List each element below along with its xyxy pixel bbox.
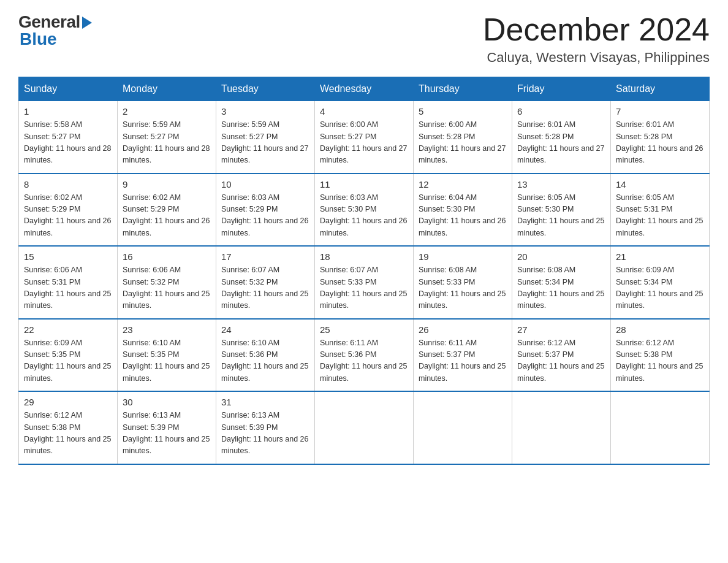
- calendar-cell: 7 Sunrise: 6:01 AMSunset: 5:28 PMDayligh…: [611, 101, 710, 174]
- day-info: Sunrise: 6:13 AMSunset: 5:39 PMDaylight:…: [221, 411, 308, 455]
- calendar-cell: 26 Sunrise: 6:11 AMSunset: 5:37 PMDaylig…: [414, 319, 512, 392]
- title-block: December 2024 Caluya, Western Visayas, P…: [483, 12, 710, 66]
- day-number: 22: [24, 324, 112, 335]
- day-number: 12: [419, 179, 507, 190]
- day-info: Sunrise: 6:09 AMSunset: 5:35 PMDaylight:…: [24, 339, 111, 383]
- day-info: Sunrise: 6:11 AMSunset: 5:37 PMDaylight:…: [419, 339, 506, 383]
- day-number: 1: [24, 106, 112, 117]
- day-info: Sunrise: 6:07 AMSunset: 5:32 PMDaylight:…: [221, 266, 308, 310]
- calendar-cell: 2 Sunrise: 5:59 AMSunset: 5:27 PMDayligh…: [118, 101, 216, 174]
- calendar-header-tuesday: Tuesday: [216, 77, 315, 101]
- location-subtitle: Caluya, Western Visayas, Philippines: [483, 50, 710, 66]
- logo-triangle-icon: [82, 17, 92, 29]
- day-number: 26: [419, 324, 507, 335]
- calendar-header-thursday: Thursday: [414, 77, 512, 101]
- day-info: Sunrise: 6:04 AMSunset: 5:30 PMDaylight:…: [419, 193, 506, 237]
- calendar-cell: 8 Sunrise: 6:02 AMSunset: 5:29 PMDayligh…: [19, 174, 118, 247]
- calendar-cell: 12 Sunrise: 6:04 AMSunset: 5:30 PMDaylig…: [414, 174, 512, 247]
- day-number: 5: [419, 106, 507, 117]
- calendar-cell: 31 Sunrise: 6:13 AMSunset: 5:39 PMDaylig…: [216, 391, 315, 464]
- calendar-cell: 24 Sunrise: 6:10 AMSunset: 5:36 PMDaylig…: [216, 319, 315, 392]
- day-info: Sunrise: 6:12 AMSunset: 5:37 PMDaylight:…: [517, 339, 604, 383]
- calendar-cell: 5 Sunrise: 6:00 AMSunset: 5:28 PMDayligh…: [414, 101, 512, 174]
- calendar-cell: 4 Sunrise: 6:00 AMSunset: 5:27 PMDayligh…: [315, 101, 414, 174]
- day-info: Sunrise: 6:07 AMSunset: 5:33 PMDaylight:…: [320, 266, 407, 310]
- calendar-cell: [315, 391, 414, 464]
- calendar-header-sunday: Sunday: [19, 77, 118, 101]
- calendar-week-row: 29 Sunrise: 6:12 AMSunset: 5:38 PMDaylig…: [19, 391, 710, 464]
- day-number: 11: [320, 179, 408, 190]
- day-number: 3: [221, 106, 309, 117]
- calendar-header-wednesday: Wednesday: [315, 77, 414, 101]
- calendar-cell: 20 Sunrise: 6:08 AMSunset: 5:34 PMDaylig…: [512, 246, 611, 319]
- day-info: Sunrise: 6:03 AMSunset: 5:30 PMDaylight:…: [320, 193, 407, 237]
- day-number: 2: [123, 106, 211, 117]
- day-number: 13: [517, 179, 605, 190]
- calendar-header-row: SundayMondayTuesdayWednesdayThursdayFrid…: [19, 77, 710, 101]
- calendar-cell: 16 Sunrise: 6:06 AMSunset: 5:32 PMDaylig…: [118, 246, 216, 319]
- page-header: General Blue December 2024 Caluya, Weste…: [18, 12, 710, 66]
- calendar-cell: [611, 391, 710, 464]
- calendar-week-row: 1 Sunrise: 5:58 AMSunset: 5:27 PMDayligh…: [19, 101, 710, 174]
- calendar-cell: 18 Sunrise: 6:07 AMSunset: 5:33 PMDaylig…: [315, 246, 414, 319]
- calendar-cell: 23 Sunrise: 6:10 AMSunset: 5:35 PMDaylig…: [118, 319, 216, 392]
- calendar-cell: 6 Sunrise: 6:01 AMSunset: 5:28 PMDayligh…: [512, 101, 611, 174]
- day-number: 21: [616, 251, 704, 262]
- calendar-cell: [512, 391, 611, 464]
- calendar-cell: 29 Sunrise: 6:12 AMSunset: 5:38 PMDaylig…: [19, 391, 118, 464]
- calendar-cell: [414, 391, 512, 464]
- day-info: Sunrise: 6:06 AMSunset: 5:31 PMDaylight:…: [24, 266, 111, 310]
- day-number: 19: [419, 251, 507, 262]
- day-info: Sunrise: 6:02 AMSunset: 5:29 PMDaylight:…: [24, 193, 111, 237]
- calendar-cell: 3 Sunrise: 5:59 AMSunset: 5:27 PMDayligh…: [216, 101, 315, 174]
- day-number: 4: [320, 106, 408, 117]
- calendar-cell: 13 Sunrise: 6:05 AMSunset: 5:30 PMDaylig…: [512, 174, 611, 247]
- calendar-cell: 28 Sunrise: 6:12 AMSunset: 5:38 PMDaylig…: [611, 319, 710, 392]
- day-info: Sunrise: 6:01 AMSunset: 5:28 PMDaylight:…: [517, 120, 604, 164]
- calendar-cell: 21 Sunrise: 6:09 AMSunset: 5:34 PMDaylig…: [611, 246, 710, 319]
- day-number: 28: [616, 324, 704, 335]
- day-number: 23: [123, 324, 211, 335]
- calendar-header-monday: Monday: [118, 77, 216, 101]
- day-number: 27: [517, 324, 605, 335]
- day-info: Sunrise: 6:10 AMSunset: 5:35 PMDaylight:…: [123, 339, 210, 383]
- calendar-cell: 10 Sunrise: 6:03 AMSunset: 5:29 PMDaylig…: [216, 174, 315, 247]
- day-info: Sunrise: 6:12 AMSunset: 5:38 PMDaylight:…: [24, 411, 111, 455]
- calendar-cell: 30 Sunrise: 6:13 AMSunset: 5:39 PMDaylig…: [118, 391, 216, 464]
- calendar-header-saturday: Saturday: [611, 77, 710, 101]
- day-info: Sunrise: 6:10 AMSunset: 5:36 PMDaylight:…: [221, 339, 308, 383]
- day-number: 18: [320, 251, 408, 262]
- day-number: 9: [123, 179, 211, 190]
- day-number: 6: [517, 106, 605, 117]
- day-info: Sunrise: 5:59 AMSunset: 5:27 PMDaylight:…: [123, 120, 210, 164]
- day-info: Sunrise: 6:02 AMSunset: 5:29 PMDaylight:…: [123, 193, 210, 237]
- day-number: 10: [221, 179, 309, 190]
- calendar-table: SundayMondayTuesdayWednesdayThursdayFrid…: [18, 77, 710, 465]
- day-number: 31: [221, 397, 309, 407]
- calendar-cell: 22 Sunrise: 6:09 AMSunset: 5:35 PMDaylig…: [19, 319, 118, 392]
- day-info: Sunrise: 6:00 AMSunset: 5:27 PMDaylight:…: [320, 120, 407, 164]
- calendar-cell: 25 Sunrise: 6:11 AMSunset: 5:36 PMDaylig…: [315, 319, 414, 392]
- month-title: December 2024: [483, 12, 710, 47]
- calendar-cell: 19 Sunrise: 6:08 AMSunset: 5:33 PMDaylig…: [414, 246, 512, 319]
- day-info: Sunrise: 6:13 AMSunset: 5:39 PMDaylight:…: [123, 411, 210, 455]
- day-info: Sunrise: 6:05 AMSunset: 5:30 PMDaylight:…: [517, 193, 604, 237]
- day-info: Sunrise: 6:01 AMSunset: 5:28 PMDaylight:…: [616, 120, 703, 164]
- day-info: Sunrise: 6:12 AMSunset: 5:38 PMDaylight:…: [616, 339, 703, 383]
- day-number: 17: [221, 251, 309, 262]
- calendar-cell: 1 Sunrise: 5:58 AMSunset: 5:27 PMDayligh…: [19, 101, 118, 174]
- calendar-cell: 27 Sunrise: 6:12 AMSunset: 5:37 PMDaylig…: [512, 319, 611, 392]
- day-number: 30: [123, 397, 211, 407]
- calendar-week-row: 8 Sunrise: 6:02 AMSunset: 5:29 PMDayligh…: [19, 174, 710, 247]
- calendar-cell: 9 Sunrise: 6:02 AMSunset: 5:29 PMDayligh…: [118, 174, 216, 247]
- day-number: 20: [517, 251, 605, 262]
- calendar-cell: 17 Sunrise: 6:07 AMSunset: 5:32 PMDaylig…: [216, 246, 315, 319]
- day-number: 7: [616, 106, 704, 117]
- day-info: Sunrise: 6:05 AMSunset: 5:31 PMDaylight:…: [616, 193, 703, 237]
- day-info: Sunrise: 5:59 AMSunset: 5:27 PMDaylight:…: [221, 120, 308, 164]
- calendar-header-friday: Friday: [512, 77, 611, 101]
- day-info: Sunrise: 6:08 AMSunset: 5:33 PMDaylight:…: [419, 266, 506, 310]
- day-number: 14: [616, 179, 704, 190]
- logo: General Blue: [18, 12, 92, 49]
- day-number: 15: [24, 251, 112, 262]
